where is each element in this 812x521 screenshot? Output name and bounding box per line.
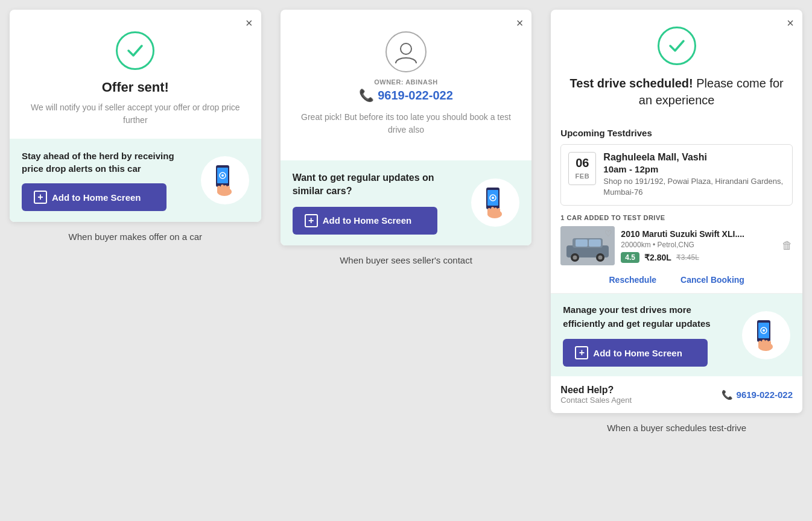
panel3-col: × Test drive scheduled! Please come for …: [541, 0, 812, 521]
upcoming-label: Upcoming Testdrives: [551, 128, 802, 138]
svg-point-25: [598, 256, 603, 260]
date-month: FEB: [576, 172, 590, 180]
check-icon: [116, 31, 154, 70]
alert-banner-1: Stay ahead of the herd by receiving pric…: [10, 139, 261, 222]
p2-banner: Want to get regular updates on similar c…: [281, 160, 532, 245]
add-home-btn-1[interactable]: + Add to Home Screen: [22, 183, 167, 211]
help-title: Need Help?: [560, 385, 632, 396]
phone-icon-2: 📞: [359, 88, 374, 103]
cancel-booking-link[interactable]: Cancel Booking: [680, 275, 744, 285]
svg-point-13: [492, 197, 494, 199]
svg-rect-27: [589, 239, 601, 247]
test-drive-title: Test drive scheduled! Please come for an…: [565, 75, 788, 109]
car-details: 2010 Maruti Suzuki Swift XLI.... 20000km…: [621, 229, 776, 263]
svg-rect-15: [487, 208, 491, 215]
svg-rect-7: [224, 185, 227, 193]
svg-point-31: [763, 329, 765, 332]
panel2-caption: When buyer sees seller's contact: [340, 255, 472, 265]
drive-details: Raghuleela Mall, Vashi 10am - 12pm Shop …: [603, 152, 785, 198]
main-wrapper: × Offer sent! We will notify you if sell…: [0, 0, 812, 521]
venue-name: Raghuleela Mall, Vashi: [603, 152, 785, 163]
drive-card: 06 FEB Raghuleela Mall, Vashi 10am - 12p…: [560, 144, 793, 206]
plus-icon-1: +: [34, 191, 47, 204]
offer-sent-title: Offer sent!: [24, 80, 247, 95]
test-drive-panel: × Test drive scheduled! Please come for …: [551, 10, 802, 413]
svg-point-9: [401, 43, 411, 54]
svg-rect-33: [758, 341, 762, 348]
reschedule-link[interactable]: Reschedule: [609, 275, 656, 285]
offer-sent-subtitle: We will notify you if seller accept your…: [24, 101, 247, 127]
offer-sent-panel: × Offer sent! We will notify you if sell…: [10, 10, 261, 222]
p2-banner-title: Want to get regular updates on similar c…: [293, 171, 465, 198]
add-home-btn-3[interactable]: + Add to Home Screen: [563, 339, 708, 367]
svg-point-23: [573, 256, 577, 260]
rating-badge: 4.5: [621, 252, 639, 263]
plus-icon-3: +: [575, 346, 588, 359]
alert-text-1: Stay ahead of the herd by receiving pric…: [22, 150, 194, 175]
heart-icon: ♡: [604, 229, 612, 238]
add-home-label-2: Add to Home Screen: [323, 215, 412, 226]
drive-address: Shop no 191/192, Powai Plaza, Hirandani …: [603, 176, 785, 198]
close-button-1[interactable]: ×: [246, 17, 253, 29]
car-image: ♡: [560, 226, 615, 265]
p2-desc: Great pick! But before its too late you …: [295, 111, 518, 136]
panel3-caption: When a buyer schedules test-drive: [607, 423, 746, 433]
p3-banner-inner: Manage your test drives more efficiently…: [563, 303, 790, 367]
date-num: 06: [575, 156, 589, 170]
svg-rect-6: [221, 185, 224, 193]
help-sub: Contact Sales Agent: [560, 396, 632, 405]
seller-contact-panel: × OWNER: ABINASH 📞 9619-022-022 Great pi…: [281, 10, 532, 245]
owner-avatar: [385, 31, 427, 72]
check-icon-3: [658, 27, 696, 65]
add-home-label-3: Add to Home Screen: [593, 348, 682, 358]
svg-rect-17: [494, 207, 497, 215]
date-box: 06 FEB: [568, 152, 596, 185]
owner-label: OWNER: ABINASH: [295, 78, 518, 86]
test-drive-top: Test drive scheduled! Please come for an…: [551, 10, 802, 128]
car-added-label: 1 CAR ADDED TO TEST DRIVE: [551, 214, 802, 221]
car-row: ♡ 2010 Maruti Suzuki Swift XLI.... 20000…: [551, 226, 802, 265]
help-phone[interactable]: 📞 9619-022-022: [722, 390, 793, 400]
svg-rect-36: [768, 341, 771, 348]
add-home-btn-2[interactable]: + Add to Home Screen: [293, 207, 437, 235]
svg-rect-18: [497, 208, 500, 215]
add-home-label-1: Add to Home Screen: [52, 192, 141, 203]
svg-point-3: [221, 174, 224, 177]
car-badges: 4.5 ₹2.80L ₹3.45L: [621, 252, 776, 263]
help-section: Need Help? Contact Sales Agent 📞 9619-02…: [551, 376, 802, 413]
car-km: 20000km • Petrol,CNG: [621, 241, 776, 249]
car-name: 2010 Maruti Suzuki Swift XLI....: [621, 229, 776, 239]
phone-hand-2: [471, 178, 519, 227]
panel1-col: × Offer sent! We will notify you if sell…: [0, 0, 271, 521]
phone-hand-3: [742, 311, 790, 359]
close-button-3[interactable]: ×: [787, 17, 794, 29]
seller-top: OWNER: ABINASH 📞 9619-022-022 Great pick…: [281, 10, 532, 148]
trash-icon[interactable]: 🗑: [782, 239, 793, 252]
owner-phone: 📞 9619-022-022: [295, 88, 518, 103]
p3-banner: Manage your test drives more efficiently…: [551, 294, 802, 376]
svg-rect-34: [762, 339, 765, 348]
car-price-old: ₹3.45L: [676, 253, 699, 262]
drive-info: 06 FEB Raghuleela Mall, Vashi 10am - 12p…: [568, 152, 785, 198]
svg-rect-26: [576, 239, 588, 247]
action-links: Reschedule Cancel Booking: [551, 269, 802, 294]
panel1-caption: When buyer makes offer on a car: [69, 232, 203, 242]
svg-rect-16: [491, 207, 494, 215]
offer-sent-top: Offer sent! We will notify you if seller…: [10, 10, 261, 139]
phone-hand-1: [201, 156, 249, 204]
p3-banner-title: Manage your test drives more efficiently…: [563, 303, 735, 330]
drive-time: 10am - 12pm: [603, 164, 785, 174]
plus-icon-2: +: [305, 214, 318, 227]
svg-rect-5: [217, 186, 221, 193]
car-price: ₹2.80L: [644, 253, 671, 262]
phone-icon-3: 📞: [722, 390, 733, 400]
close-button-2[interactable]: ×: [516, 17, 524, 29]
help-text: Need Help? Contact Sales Agent: [560, 385, 632, 405]
p2-banner-inner: Want to get regular updates on similar c…: [293, 171, 520, 235]
panel2-col: × OWNER: ABINASH 📞 9619-022-022 Great pi…: [271, 0, 542, 521]
svg-rect-8: [227, 186, 230, 193]
svg-rect-35: [765, 340, 768, 348]
